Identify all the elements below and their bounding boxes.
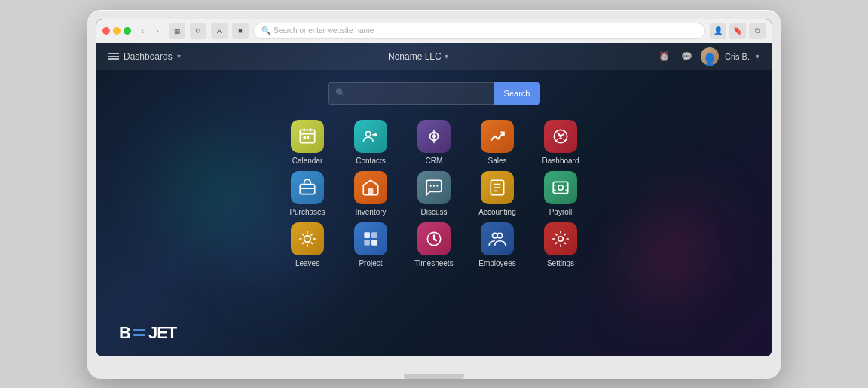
search-input-wrap: 🔍 bbox=[328, 82, 494, 105]
app-calendar[interactable]: Calendar bbox=[276, 120, 339, 165]
extension-icon-1[interactable]: A bbox=[211, 23, 228, 39]
back-button[interactable]: ‹ bbox=[136, 24, 149, 38]
timesheets-label: Timesheets bbox=[414, 259, 453, 267]
traffic-lights bbox=[102, 27, 131, 35]
calendar-label: Calendar bbox=[292, 157, 323, 165]
svg-line-33 bbox=[302, 234, 304, 235]
top-bar-left: Dashboards ▾ bbox=[108, 51, 181, 62]
svg-point-6 bbox=[366, 131, 371, 136]
sales-icon bbox=[481, 120, 514, 153]
browser-frame: ‹ › ▦ ↻ A ■ 🔍 Search or enter website na… bbox=[96, 19, 772, 356]
hamburger-menu[interactable] bbox=[108, 53, 119, 60]
app-contacts[interactable]: Contacts bbox=[339, 120, 402, 165]
maximize-button[interactable] bbox=[124, 27, 131, 35]
employees-label: Employees bbox=[478, 259, 515, 267]
accounting-icon bbox=[481, 171, 514, 204]
payroll-icon bbox=[544, 171, 577, 204]
company-name[interactable]: Noname LLC bbox=[388, 51, 442, 62]
app-project[interactable]: Project bbox=[339, 222, 402, 267]
leaves-label: Leaves bbox=[295, 259, 319, 267]
main-content: 🔍 Search bbox=[96, 70, 772, 356]
svg-line-35 bbox=[302, 242, 304, 243]
top-bar: Dashboards ▾ Noname LLC ▾ ⏰ 💬 👤 Cris B. … bbox=[96, 43, 772, 70]
apps-row-1: Calendar Contacts bbox=[276, 120, 592, 165]
svg-point-23 bbox=[558, 185, 564, 190]
discuss-icon bbox=[417, 171, 451, 204]
svg-point-17 bbox=[436, 185, 438, 186]
app-purchases[interactable]: Purchases bbox=[276, 171, 339, 216]
svg-line-36 bbox=[311, 234, 313, 235]
forward-button[interactable]: › bbox=[151, 24, 164, 38]
svg-line-34 bbox=[311, 242, 313, 243]
crm-icon bbox=[417, 120, 451, 153]
sidebar-toggle-icon[interactable]: ▦ bbox=[169, 23, 185, 39]
svg-rect-5 bbox=[307, 136, 309, 139]
contacts-label: Contacts bbox=[356, 157, 385, 165]
company-chevron: ▾ bbox=[445, 52, 448, 60]
svg-rect-39 bbox=[364, 240, 370, 246]
app-payroll[interactable]: Payroll bbox=[529, 171, 592, 216]
settings-icon bbox=[544, 222, 577, 255]
extension-icon-2[interactable]: ■ bbox=[232, 23, 249, 39]
app-dashboard[interactable]: Dashboard bbox=[529, 120, 592, 165]
url-text: Search or enter website name bbox=[274, 26, 374, 35]
app-discuss[interactable]: Discuss bbox=[402, 171, 466, 216]
more-icon[interactable]: ⧉ bbox=[749, 23, 766, 39]
svg-point-16 bbox=[433, 185, 435, 186]
user-chevron: ▾ bbox=[756, 52, 760, 60]
search-button[interactable]: Search bbox=[494, 82, 541, 105]
project-label: Project bbox=[359, 259, 382, 267]
chrome-right-buttons: 👤 🔖 ⧉ bbox=[710, 23, 766, 39]
user-avatar[interactable]: 👤 bbox=[701, 47, 719, 66]
app-inventory[interactable]: Inventory bbox=[339, 171, 402, 216]
profile-icon[interactable]: 👤 bbox=[710, 23, 726, 39]
project-icon bbox=[354, 222, 387, 255]
svg-point-43 bbox=[497, 233, 503, 238]
svg-rect-37 bbox=[364, 232, 370, 238]
leaves-icon bbox=[291, 222, 324, 255]
apps-row-3: Leaves Project bbox=[276, 222, 592, 267]
url-bar[interactable]: 🔍 Search or enter website name bbox=[253, 23, 705, 39]
purchases-icon bbox=[291, 171, 324, 204]
browser-chrome: ‹ › ▦ ↻ A ■ 🔍 Search or enter website na… bbox=[96, 19, 772, 43]
purchases-label: Purchases bbox=[289, 208, 325, 216]
app-sales[interactable]: Sales bbox=[466, 120, 529, 165]
laptop-frame: ‹ › ▦ ↻ A ■ 🔍 Search or enter website na… bbox=[87, 10, 781, 379]
clock-icon[interactable]: ⏰ bbox=[656, 48, 672, 65]
app-leaves[interactable]: Leaves bbox=[276, 222, 339, 267]
accounting-label: Accounting bbox=[478, 208, 515, 216]
top-bar-right: ⏰ 💬 👤 Cris B. ▾ bbox=[656, 47, 760, 66]
app-accounting[interactable]: Accounting bbox=[466, 171, 529, 216]
sales-label: Sales bbox=[487, 157, 506, 165]
discuss-label: Discuss bbox=[420, 208, 447, 216]
inventory-icon bbox=[354, 171, 387, 204]
search-icon: 🔍 bbox=[261, 26, 270, 35]
svg-rect-12 bbox=[300, 184, 315, 194]
crm-label: CRM bbox=[426, 157, 443, 165]
svg-point-44 bbox=[558, 236, 564, 241]
svg-rect-14 bbox=[368, 188, 374, 195]
app-crm[interactable]: CRM bbox=[402, 120, 466, 165]
timesheets-icon bbox=[417, 222, 451, 255]
search-input[interactable] bbox=[328, 82, 494, 105]
dashboards-label[interactable]: Dashboards bbox=[124, 51, 173, 62]
app-settings[interactable]: Settings bbox=[529, 222, 592, 267]
top-bar-center: Noname LLC ▾ bbox=[388, 51, 448, 62]
svg-point-11 bbox=[559, 135, 561, 137]
nav-buttons: ‹ › bbox=[136, 24, 164, 38]
payroll-label: Payroll bbox=[549, 208, 573, 216]
svg-rect-40 bbox=[371, 240, 377, 246]
app-timesheets[interactable]: Timesheets bbox=[402, 222, 466, 267]
close-button[interactable] bbox=[102, 27, 110, 35]
minimize-button[interactable] bbox=[113, 27, 121, 35]
svg-point-15 bbox=[430, 185, 432, 186]
bookmark-icon[interactable]: 🔖 bbox=[729, 23, 746, 39]
user-name: Cris B. bbox=[725, 52, 750, 61]
app-employees[interactable]: Employees bbox=[466, 222, 529, 267]
dashboard-label: Dashboard bbox=[542, 157, 579, 165]
contacts-icon bbox=[354, 120, 387, 153]
search-input-icon: 🔍 bbox=[335, 88, 346, 98]
chat-icon[interactable]: 💬 bbox=[678, 48, 695, 65]
svg-point-28 bbox=[304, 235, 311, 242]
refresh-icon[interactable]: ↻ bbox=[190, 23, 206, 39]
